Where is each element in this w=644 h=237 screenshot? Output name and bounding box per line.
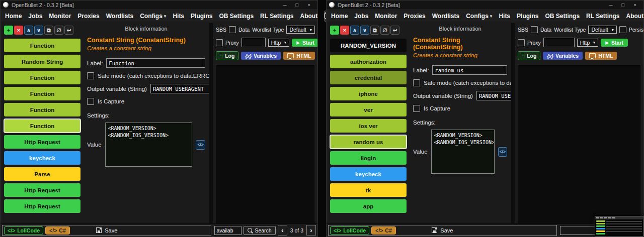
block-item[interactable]: Http Request	[4, 183, 80, 197]
block-item[interactable]: authorization	[330, 55, 407, 68]
search-input[interactable]	[214, 226, 242, 235]
sbs-data-checkbox[interactable]	[229, 26, 236, 33]
block-item[interactable]: RANDOM_VERSION	[330, 39, 407, 52]
add-block-button[interactable]: +	[4, 26, 13, 35]
menu-ob-settings[interactable]: OB Settings	[219, 13, 254, 20]
maximize-button[interactable]: □	[291, 1, 303, 9]
code-editor-button[interactable]: </>	[498, 147, 507, 157]
menu-hits[interactable]: Hits	[499, 13, 510, 20]
sbs-data-checkbox[interactable]	[531, 26, 538, 33]
block-item[interactable]: iphone	[330, 87, 407, 100]
add-block-button[interactable]: +	[330, 26, 339, 35]
clone-block-button[interactable]: ⧉	[44, 26, 53, 35]
search-button[interactable]: Search	[244, 226, 275, 235]
block-item[interactable]: tk	[330, 183, 407, 197]
clone-block-button[interactable]: ⧉	[370, 26, 379, 35]
block-item[interactable]: Function	[4, 103, 80, 116]
html-button[interactable]: HTML	[585, 52, 617, 60]
block-item[interactable]: Parse	[4, 167, 80, 181]
csharp-button[interactable]: </> C#	[371, 226, 396, 234]
remove-block-button[interactable]: ×	[340, 26, 349, 35]
variables-button[interactable]: {x} Variables	[241, 52, 281, 60]
menu-about[interactable]: About	[626, 13, 644, 20]
menu-proxies[interactable]: Proxies	[404, 13, 425, 20]
is-capture-checkbox[interactable]	[87, 98, 94, 105]
output-variable-input[interactable]	[150, 84, 209, 93]
start-button[interactable]: ▶ Start	[292, 39, 317, 47]
lolicode-button[interactable]: </> LoliCode	[4, 226, 43, 234]
close-button[interactable]: ×	[303, 1, 315, 9]
proxy-input[interactable]	[242, 38, 266, 47]
value-textarea[interactable]: <RANDOM_VERSION> <RANDOM_IOS_VERSION>	[431, 130, 495, 174]
block-item[interactable]: Function	[4, 71, 80, 84]
menu-jobs[interactable]: Jobs	[354, 13, 368, 20]
block-item-selected[interactable]: random us	[330, 135, 407, 149]
menu-monitor[interactable]: Monitor	[49, 13, 71, 20]
proxy-checkbox[interactable]	[216, 39, 223, 46]
output-variable-input[interactable]	[476, 91, 511, 100]
code-editor-button[interactable]: </>	[196, 140, 205, 150]
block-item[interactable]: keycheck	[330, 167, 407, 181]
block-item[interactable]: keycheck	[4, 151, 80, 165]
disable-block-button[interactable]: ∅	[380, 26, 389, 35]
block-item-selected[interactable]: Function	[4, 119, 80, 133]
log-button[interactable]: ≡ Log	[518, 51, 540, 60]
proxy-input[interactable]	[543, 38, 575, 47]
menu-proxies[interactable]: Proxies	[77, 13, 99, 20]
menu-plugins[interactable]: Plugins	[517, 13, 538, 20]
block-item[interactable]: llogin	[330, 151, 407, 165]
safe-mode-checkbox[interactable]	[87, 72, 94, 79]
menu-about[interactable]: About	[300, 13, 318, 20]
undo-button[interactable]: ↩	[390, 26, 399, 35]
menu-jobs[interactable]: Jobs	[28, 13, 42, 20]
menu-home[interactable]: Home	[5, 13, 22, 20]
move-up-button[interactable]: ∧	[350, 26, 359, 35]
is-capture-checkbox[interactable]	[413, 105, 420, 112]
menu-hits[interactable]: Hits	[173, 13, 184, 20]
disable-block-button[interactable]: ∅	[54, 26, 63, 35]
variables-button[interactable]: {x} Variables	[543, 52, 583, 60]
remove-block-button[interactable]: ×	[14, 26, 23, 35]
proxy-checkbox[interactable]	[518, 39, 525, 46]
block-item[interactable]: Function	[4, 87, 80, 100]
log-button[interactable]: ≡ Log	[216, 51, 238, 60]
safe-mode-checkbox[interactable]	[413, 79, 420, 86]
block-item[interactable]: Http Request	[4, 199, 80, 213]
block-item[interactable]: Http Request	[4, 135, 80, 149]
label-input[interactable]	[432, 65, 507, 75]
move-down-button[interactable]: ∨	[360, 26, 369, 35]
block-item[interactable]: Function	[4, 39, 80, 52]
proxy-type-dropdown[interactable]: Http ▾	[268, 39, 289, 47]
menu-plugins[interactable]: Plugins	[191, 13, 212, 20]
close-button[interactable]: ×	[629, 1, 641, 9]
csharp-button[interactable]: </> C#	[45, 226, 70, 234]
block-item[interactable]: credential	[330, 71, 407, 84]
label-input[interactable]	[106, 58, 205, 68]
menu-configs[interactable]: Configs ▾	[140, 13, 166, 20]
proxy-type-dropdown[interactable]: Http ▾	[577, 39, 598, 47]
html-button[interactable]: HTML	[283, 52, 315, 60]
menu-rl-settings[interactable]: RL Settings	[586, 13, 619, 20]
minimize-button[interactable]: ─	[279, 1, 291, 9]
block-item[interactable]: Random String	[4, 55, 80, 68]
block-item[interactable]: app	[330, 199, 407, 213]
block-item[interactable]: ios ver	[330, 119, 407, 133]
lolicode-button[interactable]: </> LoliCode	[330, 226, 369, 234]
menu-configs[interactable]: Configs ▾	[466, 13, 492, 20]
next-result-button[interactable]: ›	[306, 225, 316, 235]
value-textarea[interactable]: <RANDOM_VERSION> <RANDOM_IOS_VERSION>	[105, 123, 193, 167]
menu-rl-settings[interactable]: RL Settings	[260, 13, 293, 20]
menu-wordlists[interactable]: Wordlists	[106, 13, 133, 20]
menu-ob-settings[interactable]: OB Settings	[545, 13, 580, 20]
menu-home[interactable]: Home	[331, 13, 348, 20]
block-item[interactable]: ver	[330, 103, 407, 116]
menu-monitor[interactable]: Monitor	[375, 13, 397, 20]
minimize-button[interactable]: ─	[605, 1, 617, 9]
wordlist-type-dropdown[interactable]: Default ▾	[588, 26, 616, 34]
move-down-button[interactable]: ∨	[34, 26, 43, 35]
maximize-button[interactable]: □	[617, 1, 629, 9]
move-up-button[interactable]: ∧	[24, 26, 33, 35]
save-button[interactable]: Save	[432, 227, 453, 233]
wordlist-type-dropdown[interactable]: Default ▾	[286, 26, 314, 34]
menu-wordlists[interactable]: Wordlists	[432, 13, 459, 20]
